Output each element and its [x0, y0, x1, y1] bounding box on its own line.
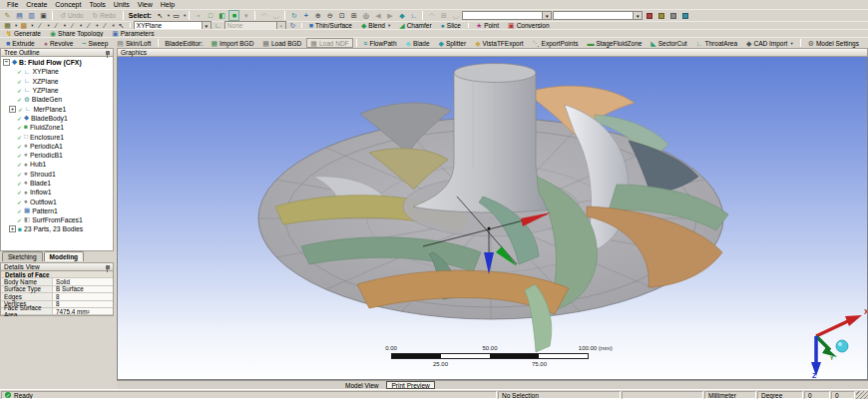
- sectorcut-button[interactable]: ◣ SectorCut: [647, 38, 690, 48]
- tree-item-hub1[interactable]: ✓●Hub1: [1, 160, 113, 169]
- parameters-button[interactable]: ▣ Parameters: [108, 30, 158, 37]
- new-plane-icon[interactable]: ∟: [213, 22, 223, 29]
- cad-import-button[interactable]: ◆ CAD Import ▾: [742, 38, 797, 48]
- save-icon[interactable]: ▤: [14, 10, 25, 21]
- cad-import-dropdown-icon[interactable]: ▾: [790, 41, 792, 46]
- sketch-arc-tool-icon[interactable]: ∕: [51, 22, 62, 29]
- collapse-icon[interactable]: −: [3, 59, 10, 66]
- load-bgd-button[interactable]: ▦ Load BGD: [258, 38, 305, 48]
- details-row-face-surface-area[interactable]: Face Surface Area 7475.4 mm²: [1, 308, 113, 315]
- snap-grid-dropdown-icon[interactable]: ▾: [15, 23, 17, 28]
- tab-model-view[interactable]: Model View: [341, 382, 382, 389]
- menu-help[interactable]: Help: [157, 0, 179, 9]
- expand-icon[interactable]: +: [9, 225, 16, 232]
- conversion-button[interactable]: ▣ Conversion: [504, 22, 554, 29]
- tree-item-fluidzone1[interactable]: ✓■FluidZone1: [1, 123, 113, 132]
- display-edges-icon[interactable]: ◡: [450, 10, 461, 21]
- display-points-toggle-icon[interactable]: [667, 10, 678, 21]
- sketch-rect-dropdown-icon[interactable]: ▾: [96, 23, 98, 28]
- model-settings-button[interactable]: ⚙ Model Settings: [804, 38, 863, 48]
- tree-item-yzplane[interactable]: ✓∟YZPlane: [1, 86, 113, 95]
- zoom-in-icon[interactable]: ⊕: [312, 10, 323, 21]
- display-plane-sketch-icon[interactable]: [655, 10, 666, 21]
- sketch-line-dropdown-icon[interactable]: ▾: [48, 23, 50, 28]
- point-button[interactable]: ★ Point: [472, 22, 503, 29]
- tree-item-bladebody1[interactable]: ✓◆BladeBody1: [1, 114, 113, 123]
- pin-icon[interactable]: [106, 51, 110, 55]
- select-mode-icon[interactable]: ↖: [155, 10, 166, 21]
- color-grid-icon[interactable]: ▩: [18, 22, 29, 29]
- zoom-to-fit-icon[interactable]: ⊞: [348, 10, 359, 21]
- throatarea-button[interactable]: ∟ ThroatArea: [692, 38, 741, 48]
- snap-grid-icon[interactable]: ▦: [2, 22, 13, 29]
- menu-view[interactable]: View: [134, 0, 157, 9]
- expand-icon[interactable]: +: [9, 106, 16, 113]
- filter-edges-icon[interactable]: □: [205, 10, 216, 21]
- box-select-icon[interactable]: ▭: [171, 10, 182, 21]
- exportpoints-button[interactable]: ⋱ ExportPoints: [529, 38, 583, 48]
- view-orientation-triad[interactable]: X Y Z: [811, 308, 868, 379]
- blend-button[interactable]: ◆ Blend ▾: [357, 22, 394, 29]
- pan-icon[interactable]: +: [300, 10, 311, 21]
- thin-surface-button[interactable]: ■ Thin/Surface: [305, 22, 356, 29]
- resize-grip[interactable]: [856, 391, 868, 399]
- new-sketch-generate-icon[interactable]: ↻: [287, 22, 298, 29]
- slice-button[interactable]: ● Slice: [437, 22, 465, 29]
- color-grid-dropdown-icon[interactable]: ▾: [31, 23, 33, 28]
- magnifier-window-icon[interactable]: ◎: [360, 10, 371, 21]
- tree-item-outflow1[interactable]: ✓●Outflow1: [1, 197, 113, 205]
- filter-faces-icon[interactable]: ◧: [217, 10, 227, 21]
- sketch-rect-tool-icon[interactable]: ∕: [83, 22, 94, 29]
- display-plane-icon[interactable]: ◠: [426, 10, 437, 21]
- isometric-view-icon[interactable]: ◆: [396, 10, 407, 21]
- tab-print-preview[interactable]: Print Preview: [386, 381, 434, 389]
- box-zoom-icon[interactable]: ⊡: [336, 10, 347, 21]
- sketch-spline-tool-icon[interactable]: ∕: [100, 22, 111, 29]
- sketch-point-tool-icon[interactable]: ↖: [116, 22, 127, 29]
- adjacent-filter-dropdown-icon[interactable]: ▾: [240, 10, 251, 21]
- blend-dropdown-icon[interactable]: ▾: [388, 23, 390, 28]
- sketch-circle-dropdown-icon[interactable]: ▾: [80, 23, 82, 28]
- vistatfexport-button[interactable]: ◆ VistaTFExport: [471, 38, 527, 48]
- stagefluidzone-button[interactable]: ▬ StageFluidZone: [583, 38, 646, 48]
- sweep-button[interactable]: ~ Sweep: [78, 38, 112, 48]
- display-shaded-icon[interactable]: [679, 10, 690, 21]
- display-model-icon[interactable]: [644, 10, 654, 21]
- image-capture-icon[interactable]: ▣: [38, 10, 49, 21]
- tree-item-xyplane[interactable]: ✓∟XYPlane: [1, 67, 113, 76]
- extend-selection-icon[interactable]: ◠: [258, 10, 269, 21]
- pin-icon[interactable]: [106, 265, 110, 269]
- tree-item-enclosure1[interactable]: ✓□Enclosure1: [1, 132, 113, 141]
- plane-select-arrow-icon[interactable]: ▾: [202, 22, 211, 29]
- revolve-button[interactable]: ● Revolve: [40, 38, 78, 48]
- tree-item-periodica1[interactable]: ✓●PeriodicA1: [1, 142, 113, 151]
- save-as-icon[interactable]: ▥: [26, 10, 37, 21]
- sketch-circle-tool-icon[interactable]: ∕: [67, 22, 78, 29]
- tree-item-periodicb1[interactable]: ✓●PeriodicB1: [1, 151, 113, 160]
- tree-item-root[interactable]: − ◆ B: Fluid Flow (CFX): [1, 58, 113, 67]
- tree-item-bladegen[interactable]: ✓⚙BladeGen: [1, 95, 113, 104]
- load-ndf-button[interactable]: ▦ Load NDF: [306, 38, 352, 48]
- chamfer-button[interactable]: ◢ Chamfer: [395, 22, 435, 29]
- tab-modeling[interactable]: Modeling: [44, 251, 85, 261]
- sketch-arc-dropdown-icon[interactable]: ▾: [64, 23, 66, 28]
- menu-units[interactable]: Units: [110, 0, 134, 9]
- named-selection-combo[interactable]: ▾: [553, 11, 643, 20]
- tree-item-blade1[interactable]: ✓●Blade1: [1, 179, 113, 188]
- generate-button[interactable]: ↯ Generate: [2, 30, 45, 37]
- filter-vertices-icon[interactable]: ▫: [193, 10, 204, 21]
- tree-item-xzplane[interactable]: ✓∟XZPlane: [1, 77, 113, 86]
- previous-view-icon[interactable]: ◀: [372, 10, 383, 21]
- skin-loft-button[interactable]: ▤ Skin/Loft: [113, 38, 155, 48]
- zoom-out-icon[interactable]: ⊖: [324, 10, 335, 21]
- flowpath-button[interactable]: ≈ FlowPath: [360, 38, 401, 48]
- blade-button[interactable]: ◆ Blade: [402, 38, 434, 48]
- selection-combo-arrow-icon[interactable]: ▾: [542, 12, 551, 19]
- share-topology-button[interactable]: ◉ Share Topology: [46, 30, 107, 37]
- selection-combo[interactable]: ▾: [462, 11, 552, 20]
- menu-concept[interactable]: Concept: [51, 0, 85, 9]
- look-at-icon[interactable]: ∟: [408, 10, 419, 21]
- sketch-spline-dropdown-icon[interactable]: ▾: [113, 23, 115, 28]
- 3d-viewport[interactable]: X Y Z 0.00 50.00 100.00 (mm) 25.00 75.00: [117, 57, 868, 380]
- filter-bodies-icon[interactable]: ■: [228, 10, 239, 21]
